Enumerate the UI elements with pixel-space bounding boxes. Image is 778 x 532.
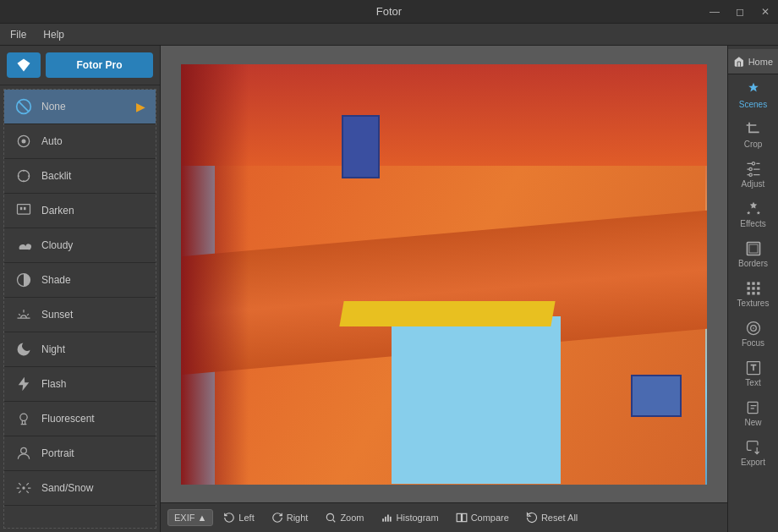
menu-help[interactable]: Help <box>40 27 68 42</box>
sunset-icon <box>14 305 33 324</box>
compare-button[interactable]: Compare <box>449 508 516 527</box>
bookmark-icon: ▶ <box>136 100 145 113</box>
tool-borders-label: Borders <box>738 259 768 268</box>
fotor-pro-button[interactable]: Fotor Pro <box>46 52 153 78</box>
cloudy-icon <box>14 236 33 255</box>
scene-item-sand-snow[interactable]: Sand/Snow <box>4 471 156 506</box>
compare-label: Compare <box>471 513 509 523</box>
scene-item-none[interactable]: None ▶ <box>4 90 156 124</box>
tool-borders[interactable]: Borders <box>731 235 775 273</box>
exif-label: EXIF <box>174 513 194 523</box>
svg-rect-23 <box>747 287 749 289</box>
rotate-right-button[interactable]: Right <box>265 508 315 527</box>
svg-point-3 <box>22 140 26 144</box>
tool-crop-label: Crop <box>744 140 763 149</box>
tool-crop[interactable]: Crop <box>731 116 775 154</box>
svg-rect-16 <box>457 513 461 521</box>
svg-rect-26 <box>747 292 749 294</box>
left-label: Left <box>238 513 254 523</box>
reset-all-label: Reset All <box>541 513 578 523</box>
portrait-icon <box>14 444 33 463</box>
scene-item-cloudy[interactable]: Cloudy <box>4 228 156 263</box>
close-button[interactable]: ✕ <box>753 0 778 24</box>
svg-rect-27 <box>752 292 754 294</box>
svg-rect-28 <box>757 292 759 294</box>
svg-rect-17 <box>462 513 466 521</box>
tool-scenes[interactable]: Scenes <box>731 76 775 114</box>
tool-scenes-label: Scenes <box>739 100 767 109</box>
svg-point-10 <box>21 447 27 453</box>
tool-effects[interactable]: Effects <box>731 195 775 233</box>
new-icon <box>745 399 762 416</box>
tool-adjust-label: Adjust <box>742 179 765 189</box>
effects-icon <box>745 200 762 217</box>
scenes-panel: Fotor Pro None ▶ Auto <box>0 46 161 532</box>
tool-new[interactable]: New <box>731 394 775 432</box>
tool-export-label: Export <box>741 458 765 467</box>
svg-point-9 <box>20 414 27 420</box>
scenes-icon <box>745 81 762 98</box>
crop-icon <box>745 121 762 138</box>
scene-item-flash[interactable]: Flash <box>4 367 156 402</box>
menu-file[interactable]: File <box>7 27 30 42</box>
rotate-left-icon <box>223 512 235 524</box>
focus-icon <box>745 320 762 337</box>
scene-item-sunset[interactable]: Sunset <box>4 298 156 332</box>
scene-flash-label: Flash <box>41 378 66 390</box>
none-icon <box>14 97 33 116</box>
tool-focus[interactable]: Focus <box>731 315 775 353</box>
scene-none-label: None <box>41 101 66 112</box>
svg-rect-15 <box>389 517 391 522</box>
tool-text[interactable]: Text <box>731 354 775 392</box>
tool-adjust[interactable]: Adjust <box>731 156 775 194</box>
reset-icon <box>526 512 538 524</box>
svg-rect-20 <box>747 282 749 285</box>
scene-night-label: Night <box>41 343 65 355</box>
fotor-logo[interactable] <box>7 52 41 78</box>
svg-point-31 <box>753 327 754 329</box>
scene-darken-label: Darken <box>41 205 74 217</box>
scene-item-darken[interactable]: Darken <box>4 194 156 228</box>
home-icon <box>733 56 745 68</box>
svg-rect-21 <box>752 282 754 285</box>
svg-point-11 <box>327 513 334 520</box>
exif-button[interactable]: EXIF ▲ <box>167 509 213 526</box>
right-sidebar: Home Scenes Crop Adjust <box>727 46 778 532</box>
home-button[interactable]: Home <box>728 49 778 74</box>
scene-item-shade[interactable]: Shade <box>4 263 156 298</box>
title-bar: Fotor — ◻ ✕ <box>0 0 778 24</box>
tool-textures-label: Textures <box>737 299 770 308</box>
scene-item-fluorescent[interactable]: Fluorescent <box>4 402 156 436</box>
night-icon <box>14 340 33 359</box>
window-1 <box>342 115 380 178</box>
scene-item-portrait[interactable]: Portrait <box>4 436 156 471</box>
scene-item-backlit[interactable]: Backlit <box>4 159 156 194</box>
tool-textures[interactable]: Textures <box>731 275 775 313</box>
rotate-left-button[interactable]: Left <box>216 508 260 527</box>
scene-auto-label: Auto <box>41 135 63 147</box>
svg-rect-19 <box>749 244 758 253</box>
tool-export[interactable]: Export <box>731 434 775 472</box>
right-label: Right <box>287 513 309 523</box>
svg-rect-25 <box>757 287 759 289</box>
backlit-icon <box>14 167 33 185</box>
histogram-label: Histogram <box>397 513 439 523</box>
app-title: Fotor <box>376 5 402 18</box>
reset-all-button[interactable]: Reset All <box>519 508 584 527</box>
maximize-button[interactable]: ◻ <box>727 0 753 24</box>
yellow-edge <box>339 301 555 326</box>
scene-sand-snow-label: Sand/Snow <box>41 482 93 494</box>
bottom-toolbar: EXIF ▲ Left Right Zoom Histogram Comp <box>161 502 727 532</box>
tool-text-label: Text <box>745 378 760 387</box>
wall-top <box>181 64 707 166</box>
scene-item-auto[interactable]: Auto <box>4 124 156 159</box>
scene-portrait-label: Portrait <box>41 447 74 459</box>
scene-item-night[interactable]: Night <box>4 332 156 367</box>
minimize-button[interactable]: — <box>702 0 727 24</box>
adjust-icon <box>745 161 762 178</box>
textures-icon <box>745 280 762 297</box>
histogram-button[interactable]: Histogram <box>375 508 446 527</box>
svg-rect-33 <box>748 402 758 413</box>
diamond-icon <box>16 58 31 73</box>
zoom-button[interactable]: Zoom <box>318 508 370 527</box>
